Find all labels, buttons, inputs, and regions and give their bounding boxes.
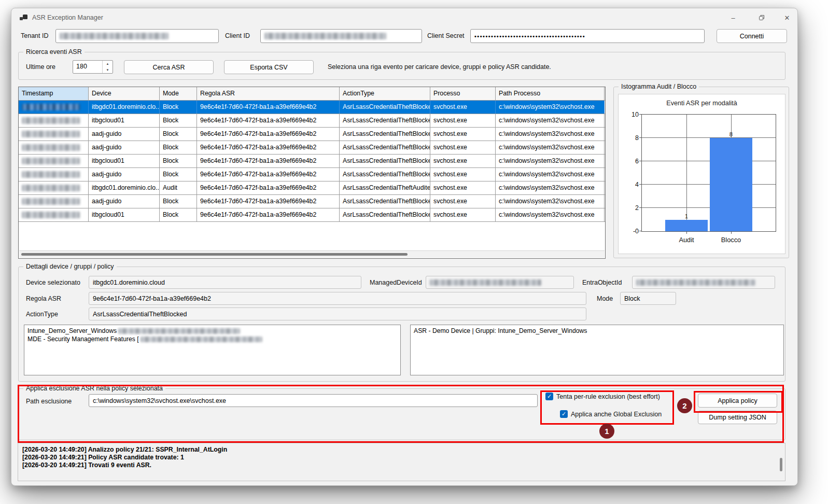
apply-policy-button[interactable]: Applica policy <box>698 394 777 408</box>
column-header[interactable]: ActionType <box>340 87 430 100</box>
table-row[interactable]: itbgdc01.doreminio.clo...Audit9e6c4e1f-7… <box>19 181 605 195</box>
export-csv-button[interactable]: Esporta CSV <box>224 60 314 74</box>
grid-cell[interactable]: svchost.exe <box>430 141 496 154</box>
grid-cell[interactable]: AsrLsassCredentialTheftBlocked <box>340 168 430 181</box>
mode-field[interactable]: Block <box>620 292 676 305</box>
grid-cell[interactable]: Audit <box>160 181 197 194</box>
grid-cell[interactable]: 9e6c4e1f-7d60-472f-ba1a-a39ef669e4b2 <box>197 181 340 194</box>
minimize-button[interactable]: – <box>723 11 743 24</box>
grid-cell[interactable]: 9e6c4e1f-7d60-472f-ba1a-a39ef669e4b2 <box>197 128 340 141</box>
search-asr-button[interactable]: Cerca ASR <box>124 60 214 74</box>
grid-cell[interactable]: c:\windows\system32\svchost.exe <box>496 141 605 154</box>
grid-cell[interactable]: c:\windows\system32\svchost.exe <box>496 101 605 114</box>
stepper-up-icon[interactable]: ▲ <box>103 61 113 67</box>
stepper-down-icon[interactable]: ▼ <box>103 67 113 73</box>
grid-cell[interactable]: AsrLsassCredentialTheftBlocked <box>340 195 430 208</box>
dump-json-button[interactable]: Dump setting JSON <box>698 411 777 424</box>
list-item[interactable]: Intune_Demo_Server_Windows <box>27 327 397 335</box>
grid-cell[interactable]: svchost.exe <box>430 101 496 114</box>
table-row[interactable]: itbgdc01.doreminio.clo...Block9e6c4e1f-7… <box>19 101 605 114</box>
grid-cell[interactable]: AsrLsassCredentialTheftBlocked <box>340 155 430 167</box>
hours-stepper[interactable]: 180 ▲▼ <box>73 60 113 74</box>
grid-cell[interactable]: svchost.exe <box>430 181 496 194</box>
table-row[interactable]: itbgcloud01Block9e6c4e1f-7d60-472f-ba1a-… <box>19 155 605 168</box>
selected-device-field[interactable]: itbgdc01.doreminio.cloud <box>89 276 361 289</box>
scrollbar-thumb[interactable] <box>21 253 408 256</box>
table-row[interactable]: itbgcloud01Block9e6c4e1f-7d60-472f-ba1a-… <box>19 208 605 222</box>
grid-cell[interactable]: itbgcloud01 <box>89 155 160 167</box>
grid-cell[interactable]: c:\windows\system32\svchost.exe <box>496 181 605 194</box>
grid-cell[interactable]: itbgdc01.doreminio.clo... <box>89 101 160 114</box>
column-header[interactable]: Processo <box>430 87 496 100</box>
tenant-id-input[interactable] <box>55 29 219 43</box>
grid-cell[interactable]: AsrLsassCredentialTheftBlocked <box>340 114 430 127</box>
grid-cell[interactable]: c:\windows\system32\svchost.exe <box>496 155 605 167</box>
grid-cell[interactable]: aadj-guido <box>89 168 160 181</box>
client-id-input[interactable] <box>260 29 422 43</box>
column-header[interactable]: Path Processo <box>496 87 605 100</box>
grid-cell[interactable]: Block <box>160 128 197 141</box>
grid-cell[interactable]: itbgcloud01 <box>89 114 160 127</box>
client-secret-input[interactable]: •••••••••••••••••••••••••••••••••••••••• <box>470 29 705 43</box>
log-scrollbar-thumb[interactable] <box>780 458 782 471</box>
grid-cell[interactable]: aadj-guido <box>89 195 160 208</box>
log-output[interactable]: [2026-03-20 14:49:20] Analizzo policy 21… <box>18 443 785 481</box>
grid-cell[interactable]: 9e6c4e1f-7d60-472f-ba1a-a39ef669e4b2 <box>197 141 340 154</box>
grid-cell[interactable]: c:\windows\system32\svchost.exe <box>496 168 605 181</box>
grid-cell[interactable]: c:\windows\system32\svchost.exe <box>496 128 605 141</box>
events-grid[interactable]: TimestampDeviceModeRegola ASRActionTypeP… <box>18 87 606 259</box>
policy-list[interactable]: Intune_Demo_Server_Windows MDE - Securit… <box>24 325 401 375</box>
grid-cell[interactable]: Block <box>160 168 197 181</box>
grid-cell[interactable]: Block <box>160 101 197 114</box>
grid-cell[interactable]: c:\windows\system32\svchost.exe <box>496 195 605 208</box>
grid-cell[interactable]: svchost.exe <box>430 168 496 181</box>
exclusion-path-input[interactable]: c:\windows\system32\svchost.exe\svchost.… <box>89 394 538 407</box>
grid-cell[interactable]: svchost.exe <box>430 208 496 221</box>
table-row[interactable]: itbgcloud01Block9e6c4e1f-7d60-472f-ba1a-… <box>19 114 605 128</box>
table-row[interactable]: aadj-guidoBlock9e6c4e1f-7d60-472f-ba1a-a… <box>19 195 605 208</box>
column-header[interactable]: Timestamp <box>19 87 89 100</box>
grid-cell[interactable]: svchost.exe <box>430 114 496 127</box>
grid-cell[interactable]: AsrLsassCredentialTheftBlocked <box>340 208 430 221</box>
grid-cell[interactable]: 9e6c4e1f-7d60-472f-ba1a-a39ef669e4b2 <box>197 101 340 114</box>
global-exclusion-checkbox[interactable]: ✓ Applica anche Global Exclusion <box>560 410 662 418</box>
connect-button[interactable]: Connetti <box>717 29 787 43</box>
grid-cell[interactable]: Block <box>160 208 197 221</box>
title-bar[interactable]: ASR Exception Manager – ✕ <box>11 8 797 27</box>
asr-rule-field[interactable]: 9e6c4e1f-7d60-472f-ba1a-a39ef669e4b2 <box>89 292 586 305</box>
per-rule-exclusion-checkbox[interactable]: ✓ Tenta per-rule exclusion (best effort) <box>545 393 660 400</box>
grid-cell[interactable]: aadj-guido <box>89 128 160 141</box>
table-row[interactable]: aadj-guidoBlock9e6c4e1f-7d60-472f-ba1a-a… <box>19 141 605 155</box>
stepper-arrows[interactable]: ▲▼ <box>102 61 113 73</box>
list-item[interactable]: MDE - Security Management Features [ <box>27 335 397 343</box>
grid-cell[interactable]: AsrLsassCredentialTheftBlocked <box>340 101 430 114</box>
grid-cell[interactable]: svchost.exe <box>430 155 496 167</box>
table-row[interactable]: aadj-guidoBlock9e6c4e1f-7d60-472f-ba1a-a… <box>19 128 605 141</box>
grid-cell[interactable]: 9e6c4e1f-7d60-472f-ba1a-a39ef669e4b2 <box>197 155 340 167</box>
grid-horizontal-scrollbar[interactable] <box>19 250 605 258</box>
grid-cell[interactable]: AsrLsassCredentialTheftAudited <box>340 181 430 194</box>
maximize-button[interactable] <box>751 11 772 24</box>
close-button[interactable]: ✕ <box>777 11 797 24</box>
grid-cell[interactable]: itbgdc01.doreminio.clo... <box>89 181 160 194</box>
grid-cell[interactable]: svchost.exe <box>430 128 496 141</box>
grid-cell[interactable]: 9e6c4e1f-7d60-472f-ba1a-a39ef669e4b2 <box>197 195 340 208</box>
grid-cell[interactable]: c:\windows\system32\svchost.exe <box>496 208 605 221</box>
grid-cell[interactable]: Block <box>160 155 197 167</box>
action-type-field[interactable]: AsrLsassCredentialTheftBlocked <box>89 307 586 320</box>
grid-cell[interactable]: Block <box>160 195 197 208</box>
grid-cell[interactable]: Block <box>160 141 197 154</box>
managed-device-id-field[interactable] <box>426 276 574 289</box>
list-item[interactable]: ASR - Demo Device | Gruppi: Intune_Demo_… <box>414 327 780 335</box>
grid-cell[interactable]: c:\windows\system32\svchost.exe <box>496 114 605 127</box>
grid-cell[interactable]: itbgcloud01 <box>89 208 160 221</box>
grid-cell[interactable]: 9e6c4e1f-7d60-472f-ba1a-a39ef669e4b2 <box>197 208 340 221</box>
table-row[interactable]: aadj-guidoBlock9e6c4e1f-7d60-472f-ba1a-a… <box>19 168 605 181</box>
grid-cell[interactable]: 9e6c4e1f-7d60-472f-ba1a-a39ef669e4b2 <box>197 168 340 181</box>
grid-cell[interactable]: svchost.exe <box>430 195 496 208</box>
column-header[interactable]: Device <box>89 87 160 100</box>
grid-cell[interactable]: Block <box>160 114 197 127</box>
grid-cell[interactable]: AsrLsassCredentialTheftBlocked <box>340 141 430 154</box>
column-header[interactable]: Regola ASR <box>197 87 340 100</box>
grid-cell[interactable]: AsrLsassCredentialTheftBlocked <box>340 128 430 141</box>
